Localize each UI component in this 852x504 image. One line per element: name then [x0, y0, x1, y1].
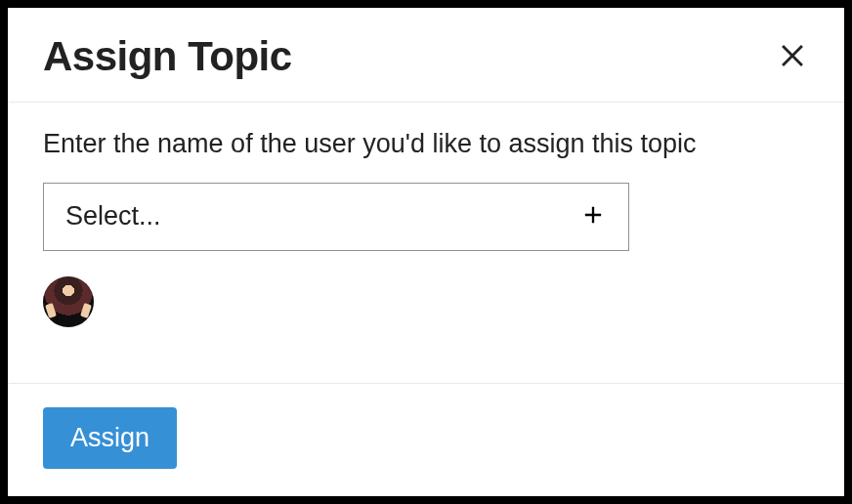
assign-topic-modal: Assign Topic Enter the name of the user …: [8, 8, 844, 496]
select-placeholder: Select...: [65, 201, 161, 231]
user-select[interactable]: Select...: [43, 183, 629, 251]
user-suggestions: [43, 276, 809, 327]
modal-body: Enter the name of the user you'd like to…: [8, 103, 844, 383]
modal-header: Assign Topic: [8, 8, 844, 103]
instruction-text: Enter the name of the user you'd like to…: [43, 128, 809, 161]
suggested-user-avatar[interactable]: [43, 276, 94, 327]
modal-title: Assign Topic: [43, 35, 292, 78]
close-button[interactable]: [772, 33, 813, 74]
modal-footer: Assign: [8, 383, 844, 496]
close-icon: [776, 37, 809, 70]
plus-icon: [579, 201, 607, 232]
assign-button[interactable]: Assign: [43, 407, 177, 469]
